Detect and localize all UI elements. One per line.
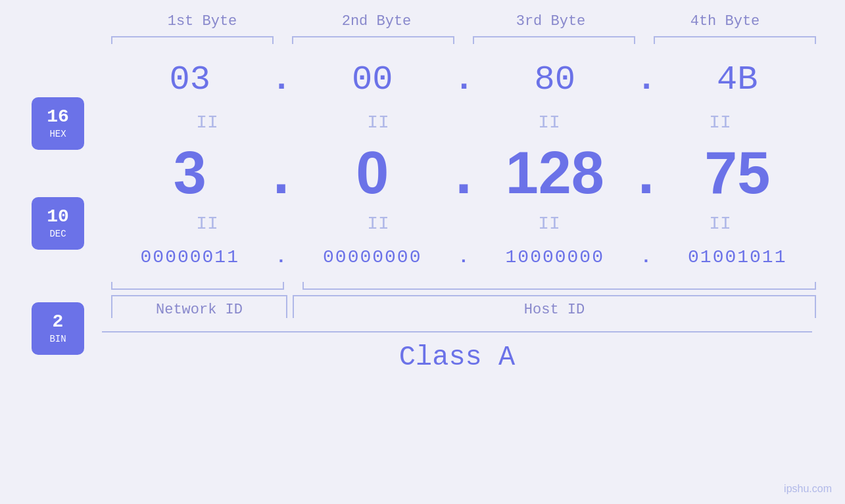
eq1-1: II	[181, 112, 233, 133]
eq2-3: II	[523, 214, 575, 234]
bracket-spacer-1	[276, 36, 289, 44]
bin-bracket-spacer-1	[287, 282, 300, 290]
bin-badge: 2 BIN	[32, 302, 84, 355]
class-label: Class A	[399, 342, 515, 373]
eq1-2: II	[352, 112, 404, 133]
equals-row-1: II II II II	[102, 112, 825, 133]
top-brackets-row	[102, 36, 825, 44]
dec-dot2: .	[454, 139, 473, 207]
hex-dot3: .	[637, 60, 656, 99]
byte3-header: 3rd Byte	[464, 13, 638, 30]
class-row: Class A	[102, 331, 812, 373]
equals-row-2: II II II II	[102, 214, 825, 234]
hex-values-row: 03 . 00 . 80 . 4B	[102, 47, 825, 112]
eq1-3: II	[523, 112, 575, 133]
bin-byte3: 10000000	[473, 234, 637, 281]
dec-badge-label: DEC	[49, 229, 66, 239]
bin-byte1: 00000011	[109, 234, 272, 281]
dec-badge-number: 10	[47, 208, 69, 226]
eq2-2: II	[352, 214, 404, 234]
hex-dot2: .	[454, 60, 473, 99]
bin-bottom-brackets-row	[102, 282, 825, 290]
dec-dot3: .	[637, 139, 656, 207]
hex-byte1: 03	[109, 47, 272, 112]
byte-headers-row: 1st Byte 2nd Byte 3rd Byte 4th Byte	[102, 13, 825, 30]
bracket-spacer-2	[457, 36, 470, 44]
dec-values-row: 3 . 0 . 128 . 75	[102, 133, 825, 214]
main-grid: 1st Byte 2nd Byte 3rd Byte 4th Byte 03 .…	[102, 13, 825, 373]
bracket-2	[292, 36, 454, 44]
byte1-header: 1st Byte	[115, 13, 289, 30]
dec-byte4: 75	[656, 133, 819, 214]
bin-values-row: 00000011 . 00000000 . 10000000 . 0100101…	[102, 234, 825, 281]
bin-dot1: .	[272, 247, 291, 267]
eq1-4: II	[694, 112, 746, 133]
dec-badge: 10 DEC	[32, 197, 84, 250]
watermark: ipshu.com	[784, 483, 832, 495]
host-id-label: Host ID	[293, 295, 816, 318]
bin-byte2: 00000000	[291, 234, 454, 281]
bracket-3	[473, 36, 635, 44]
bracket-4	[654, 36, 816, 44]
dec-dot1: .	[272, 139, 291, 207]
dec-byte1: 3	[109, 133, 272, 214]
hex-dot1: .	[272, 60, 291, 99]
bin-badge-number: 2	[53, 313, 64, 331]
hex-byte4: 4B	[656, 47, 819, 112]
bracket-1	[111, 36, 274, 44]
hex-byte2: 00	[291, 47, 454, 112]
bottom-labels-row: Network ID Host ID	[102, 295, 825, 318]
bracket-spacer-3	[638, 36, 651, 44]
network-id-label: Network ID	[111, 295, 287, 318]
hex-badge-number: 16	[47, 108, 69, 126]
eq2-1: II	[181, 214, 233, 234]
bin-dot3: .	[637, 247, 656, 267]
byte4-header: 4th Byte	[638, 13, 812, 30]
bin-badge-label: BIN	[49, 334, 66, 344]
bin-dot2: .	[454, 247, 473, 267]
dec-byte3: 128	[473, 133, 637, 214]
dec-byte2: 0	[291, 133, 454, 214]
bin-byte4: 01001011	[656, 234, 819, 281]
bin-bracket-1	[111, 282, 284, 290]
eq2-4: II	[694, 214, 746, 234]
hex-byte3: 80	[473, 47, 637, 112]
bin-bracket-2	[302, 282, 816, 290]
byte2-header: 2nd Byte	[289, 13, 464, 30]
hex-badge: 16 HEX	[32, 97, 84, 150]
main-container: 16 HEX 10 DEC 2 BIN 1st Byte 2nd Byte 3r…	[0, 0, 845, 504]
hex-badge-label: HEX	[49, 129, 66, 139]
